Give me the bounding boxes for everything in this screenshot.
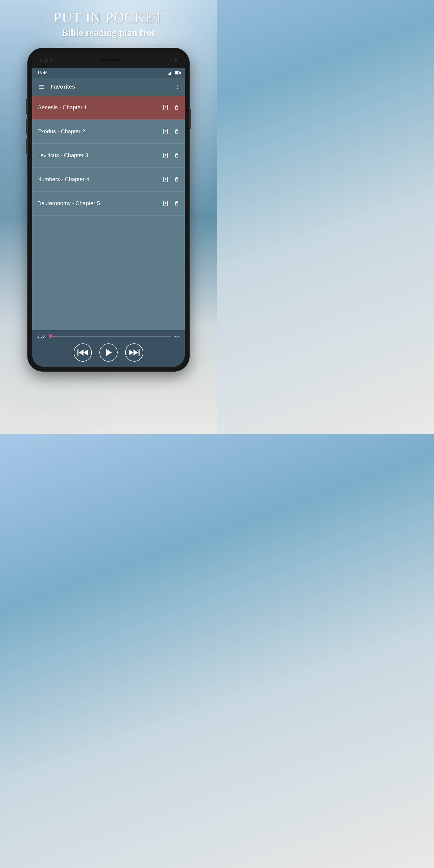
more-dot-2	[177, 86, 178, 87]
rewind-arrow-2	[84, 349, 88, 355]
item-actions	[162, 176, 180, 183]
notch-sensor	[40, 59, 42, 62]
progress-bar-container: 0:00 --:--	[37, 334, 180, 338]
delete-item-button[interactable]	[174, 176, 180, 183]
hamburger-line-1	[39, 85, 44, 86]
delete-item-button[interactable]	[174, 152, 180, 159]
forward-icon	[129, 349, 140, 355]
player-controls	[37, 343, 180, 362]
more-dot-3	[177, 88, 178, 89]
rewind-arrow	[79, 349, 84, 355]
more-dot-1	[177, 85, 178, 86]
list-item[interactable]: Genesis - Chapter 1	[32, 96, 185, 120]
item-actions	[162, 104, 180, 111]
phone-frame: 15:46	[28, 48, 189, 371]
notch-sensor-3	[169, 59, 172, 61]
hamburger-line-3	[39, 88, 44, 89]
forward-arrow-1	[129, 349, 133, 355]
progress-track[interactable]	[49, 336, 171, 337]
rewind-icon	[78, 349, 88, 355]
more-options-button[interactable]	[176, 83, 180, 90]
app-title: PUT IN POCKET	[54, 10, 163, 26]
status-time: 15:46	[37, 71, 48, 75]
phone-notch	[32, 53, 185, 68]
front-camera	[44, 59, 48, 62]
list-item[interactable]: Deuteronomy - Chapter 5	[32, 191, 185, 216]
app-header: PUT IN POCKET Bible reading plan free	[38, 0, 179, 46]
read-book-button[interactable]	[162, 200, 169, 207]
item-label: Exodus - Chapter 2	[37, 128, 162, 135]
forward-button[interactable]	[125, 343, 143, 362]
item-label: Leviticus - Chapter 3	[37, 152, 162, 159]
notch-left	[40, 59, 53, 62]
menu-button[interactable]	[37, 84, 45, 90]
signal-icon	[168, 71, 172, 75]
read-book-button[interactable]	[162, 104, 169, 111]
read-book-button[interactable]	[162, 176, 169, 183]
earpiece-speaker	[101, 59, 121, 61]
forward-bar	[138, 349, 140, 355]
status-icons	[168, 71, 180, 75]
battery-icon	[175, 71, 180, 74]
rear-camera	[174, 59, 177, 62]
battery-fill	[175, 72, 178, 74]
signal-bar-1	[168, 74, 168, 75]
hamburger-line-2	[39, 87, 44, 87]
list-item[interactable]: Leviticus - Chapter 3	[32, 144, 185, 167]
play-icon	[106, 349, 112, 356]
current-time: 0:00	[37, 334, 46, 338]
screen-title: Favorites	[51, 84, 176, 90]
status-bar: 15:46	[32, 68, 185, 78]
delete-item-button[interactable]	[174, 128, 180, 135]
phone-mockup: 15:46	[28, 48, 189, 371]
rewind-bar	[78, 349, 79, 355]
signal-bar-2	[169, 73, 170, 75]
item-actions	[162, 128, 180, 135]
end-time: --:--	[174, 334, 180, 338]
app-subtitle: Bible reading plan free	[54, 27, 163, 38]
signal-bar-4	[172, 71, 172, 75]
play-button[interactable]	[99, 343, 118, 362]
read-book-button[interactable]	[162, 152, 169, 159]
delete-item-button[interactable]	[174, 104, 180, 111]
notch-sensor-2	[50, 59, 53, 62]
list-item[interactable]: Exodus - Chapter 2	[32, 120, 185, 144]
item-label: Genesis - Chapter 1	[37, 104, 162, 111]
audio-player: 0:00 --:--	[32, 330, 185, 367]
app-bar: Favorites	[32, 78, 185, 96]
list-item[interactable]: Numbers - Chapter 4	[32, 167, 185, 191]
item-actions	[162, 200, 180, 207]
rewind-button[interactable]	[74, 343, 92, 362]
item-label: Numbers - Chapter 4	[37, 176, 162, 183]
forward-arrow-2	[133, 349, 138, 355]
progress-indicator	[49, 334, 52, 338]
item-label: Deuteronomy - Chapter 5	[37, 200, 162, 207]
phone-screen: 15:46	[32, 53, 185, 367]
signal-bar-3	[170, 72, 171, 75]
item-actions	[162, 152, 180, 159]
delete-item-button[interactable]	[174, 200, 180, 207]
favorites-list: Genesis - Chapter 1	[32, 96, 185, 330]
read-book-button[interactable]	[162, 128, 169, 135]
notch-right	[169, 59, 177, 62]
